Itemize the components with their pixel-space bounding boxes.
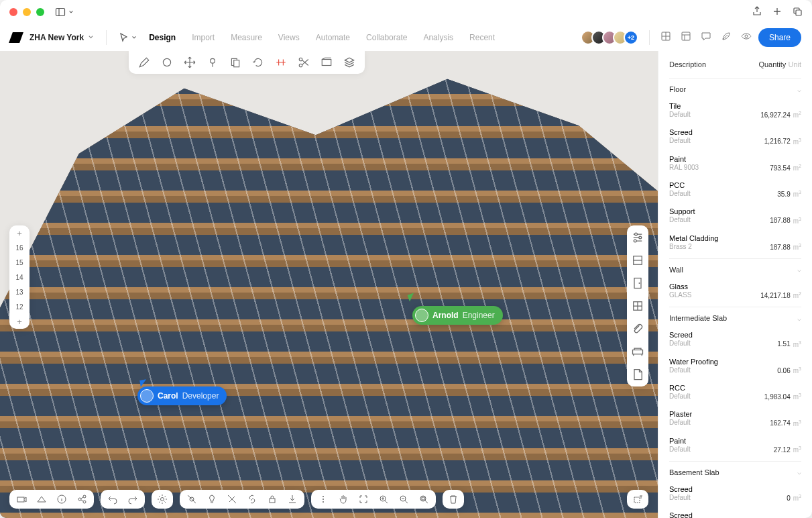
item-unit: m3 xyxy=(793,341,801,348)
window-minimize-button[interactable] xyxy=(23,8,31,16)
more-icon[interactable] xyxy=(318,494,329,505)
tab-automate[interactable]: Automate xyxy=(316,33,350,42)
property-item[interactable]: GlassGLASS14,217.18m2 xyxy=(669,278,801,304)
project-name-dropdown[interactable]: ZHA New York xyxy=(30,33,94,42)
rotate-icon[interactable] xyxy=(252,56,264,68)
info-icon[interactable] xyxy=(56,494,67,505)
sliders-icon[interactable] xyxy=(631,231,644,244)
property-item[interactable]: Water ProofingDefault0.06m3 xyxy=(669,353,801,379)
lock-icon[interactable] xyxy=(267,494,278,505)
property-item[interactable]: RCCDefault1,983.04m3 xyxy=(669,379,801,405)
redo-icon[interactable] xyxy=(127,494,138,505)
link-icon[interactable] xyxy=(247,494,257,505)
layers-icon[interactable] xyxy=(343,56,355,68)
tab-views[interactable]: Views xyxy=(278,33,300,42)
tab-design[interactable]: Design xyxy=(149,33,176,42)
trash-icon[interactable] xyxy=(448,494,459,505)
pencil-icon[interactable] xyxy=(138,56,150,68)
floor-level[interactable]: 15 xyxy=(9,255,30,270)
furniture-icon[interactable] xyxy=(631,345,644,358)
eye-icon[interactable] xyxy=(741,31,752,44)
grid-icon[interactable] xyxy=(660,31,671,44)
tab-measure[interactable]: Measure xyxy=(231,33,262,42)
brush-off-icon[interactable] xyxy=(227,494,237,505)
tab-recent[interactable]: Recent xyxy=(469,33,495,42)
fit-icon[interactable] xyxy=(358,494,369,505)
camera-icon[interactable] xyxy=(16,494,27,505)
export-icon[interactable] xyxy=(76,494,87,505)
navigation-bar xyxy=(311,490,436,509)
property-item[interactable]: PCCDefault35.9m3 xyxy=(669,176,801,203)
document-icon[interactable] xyxy=(631,368,644,381)
svg-rect-13 xyxy=(322,60,331,66)
tab-import[interactable]: Import xyxy=(192,33,215,42)
property-item[interactable]: Metal CladdingBrass 2187.88m3 xyxy=(669,229,801,256)
user-cursor-carol: Carol Developer xyxy=(137,386,227,405)
property-item[interactable]: ScreedDefault0m3 xyxy=(669,480,801,507)
section-icon[interactable] xyxy=(631,254,644,267)
door-icon[interactable] xyxy=(631,276,644,290)
chevron-down-icon: ⌵ xyxy=(797,315,801,322)
avatar-overflow[interactable]: +2 xyxy=(624,30,638,45)
share-icon[interactable] xyxy=(752,6,762,19)
property-item[interactable]: PaintDefault27.12m3 xyxy=(669,432,801,458)
tab-analysis[interactable]: Analysis xyxy=(423,33,453,42)
leaf-icon[interactable] xyxy=(721,31,732,44)
viewport-canvas[interactable]: + 16 15 14 13 12 + xyxy=(0,51,658,518)
section-header[interactable]: Basement Slab⌵ xyxy=(669,468,801,480)
item-material: Default xyxy=(669,393,691,401)
property-item[interactable]: ScreedDefault1,216.72m3 xyxy=(669,123,801,150)
gear-icon[interactable] xyxy=(157,494,168,505)
sun-off-icon[interactable] xyxy=(186,494,197,505)
lightbulb-icon[interactable] xyxy=(207,494,217,505)
sidebar-toggle-icon[interactable] xyxy=(55,7,74,17)
property-item[interactable]: ScreedDefault1.51m3 xyxy=(669,326,801,352)
comment-icon[interactable] xyxy=(701,31,711,44)
section-header[interactable]: Wall⌵ xyxy=(669,266,801,278)
share-button[interactable]: Share xyxy=(758,28,801,47)
circle-icon[interactable] xyxy=(161,56,173,68)
zoom-region-icon[interactable] xyxy=(418,494,429,505)
floor-level[interactable]: 14 xyxy=(9,270,30,284)
zoom-in-icon[interactable] xyxy=(378,494,389,505)
attachment-icon[interactable] xyxy=(631,322,644,335)
undo-icon[interactable] xyxy=(107,494,118,505)
copy-tool-icon[interactable] xyxy=(229,56,241,68)
plane-icon[interactable] xyxy=(321,56,333,68)
zoom-out-icon[interactable] xyxy=(398,494,409,505)
property-item[interactable]: ScreedDefault0m3 xyxy=(669,507,801,518)
property-item[interactable]: PlasterDefault162.74m3 xyxy=(669,405,801,431)
property-item[interactable]: SupportDefault187.88m3 xyxy=(669,203,801,229)
pan-icon[interactable] xyxy=(338,494,349,505)
floor-down-button[interactable]: + xyxy=(9,314,30,329)
pushpin-icon[interactable] xyxy=(207,56,219,68)
perspective-icon[interactable] xyxy=(36,494,47,505)
collaborator-avatars[interactable]: +2 xyxy=(585,30,638,45)
window-close-button[interactable] xyxy=(9,8,17,16)
dimension-icon[interactable] xyxy=(632,494,643,505)
item-material: Brass 2 xyxy=(669,243,692,251)
building-render xyxy=(0,51,658,518)
plus-icon[interactable] xyxy=(772,6,782,19)
window-maximize-button[interactable] xyxy=(36,8,44,16)
item-quantity: 0 xyxy=(787,495,791,502)
copy-icon[interactable] xyxy=(792,6,803,19)
scissors-icon[interactable] xyxy=(298,56,310,68)
download-icon[interactable] xyxy=(287,494,298,505)
property-item[interactable]: TileDefault16,927.24m2 xyxy=(669,97,801,123)
table-icon[interactable] xyxy=(681,31,691,44)
move-icon[interactable] xyxy=(184,56,196,68)
item-unit: m3 xyxy=(793,244,801,251)
section-header[interactable]: Intermediate Slab⌵ xyxy=(669,314,801,326)
chevron-down-icon: ⌵ xyxy=(797,468,801,476)
floor-up-button[interactable]: + xyxy=(9,225,30,240)
section-header[interactable]: Floor⌵ xyxy=(669,85,801,97)
tab-collaborate[interactable]: Collaborate xyxy=(366,33,407,42)
floor-level[interactable]: 16 xyxy=(9,240,30,255)
window-icon[interactable] xyxy=(631,299,644,313)
floor-level[interactable]: 13 xyxy=(9,284,30,299)
property-item[interactable]: PaintRAL 9003793.54m2 xyxy=(669,150,801,176)
align-icon[interactable] xyxy=(275,56,287,68)
floor-level[interactable]: 12 xyxy=(9,299,30,314)
cursor-tool-dropdown[interactable] xyxy=(119,32,137,43)
